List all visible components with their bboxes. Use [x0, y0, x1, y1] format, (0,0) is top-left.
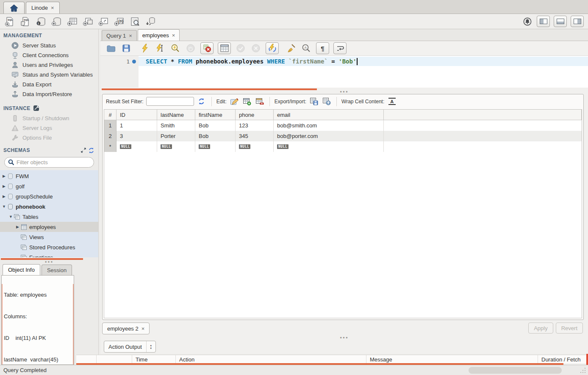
column-header-rownum[interactable]: #: [104, 110, 116, 120]
output-splitter-handle[interactable]: ●●●: [100, 335, 588, 339]
close-icon[interactable]: ×: [51, 5, 54, 11]
refresh-results-icon[interactable]: [197, 97, 207, 106]
insert-row-icon[interactable]: [242, 97, 252, 106]
create-view-icon[interactable]: [83, 16, 94, 27]
table-row[interactable]: 1 1 Smith Bob 123 bob@smith.com: [104, 120, 582, 131]
toggle-left-panel-button[interactable]: [537, 16, 550, 27]
create-procedure-icon[interactable]: [98, 16, 109, 27]
result-filter-input[interactable]: [146, 97, 194, 106]
tree-item-functions[interactable]: Functions: [0, 252, 98, 257]
sidebar-item-users-privileges[interactable]: Users and Privileges: [0, 60, 98, 70]
explain-plan-icon[interactable]: [170, 43, 181, 54]
tab-session[interactable]: Session: [42, 265, 72, 275]
revert-button[interactable]: Revert: [556, 323, 583, 334]
output-col-duration[interactable]: Duration / Fetch: [538, 355, 588, 364]
output-type-select[interactable]: Action Output ▲▼: [104, 341, 156, 353]
sql-editor[interactable]: 1 SELECT * FROM phonebook.employees WHER…: [100, 55, 588, 88]
horizontal-scrollbar-thumb[interactable]: [469, 367, 562, 374]
close-icon[interactable]: ×: [129, 33, 132, 39]
tree-item-employees[interactable]: ▶ employees: [0, 222, 98, 232]
import-recordset-icon[interactable]: [322, 97, 332, 106]
limit-rows-button[interactable]: [218, 42, 231, 54]
wrap-cell-content-icon[interactable]: A: [387, 97, 397, 106]
toggle-invisible-characters-button[interactable]: ¶: [316, 42, 329, 54]
export-recordset-icon[interactable]: [309, 97, 319, 106]
null-badge[interactable]: NULL: [161, 144, 172, 149]
find-icon[interactable]: A: [301, 43, 312, 54]
sidebar-item-data-export[interactable]: Data Export: [0, 80, 98, 89]
sidebar-item-server-logs[interactable]: Server Logs: [0, 123, 98, 133]
table-row[interactable]: 2 3 Porter Bob 345 bob@porter.com: [104, 131, 582, 141]
svg-text:{0}: {0}: [118, 19, 124, 23]
output-col-time[interactable]: Time: [132, 355, 176, 364]
sidebar-item-startup-shutdown[interactable]: Startup / Shutdown: [0, 113, 98, 123]
close-icon[interactable]: ×: [141, 325, 145, 332]
tree-item-golf[interactable]: ▶ golf: [0, 181, 98, 191]
open-file-icon[interactable]: [105, 43, 116, 54]
expand-schemas-icon[interactable]: [80, 147, 87, 154]
output-col-action[interactable]: Action: [176, 355, 366, 364]
search-data-icon[interactable]: [130, 16, 141, 27]
rollback-icon[interactable]: [250, 43, 261, 54]
null-badge[interactable]: NULL: [199, 144, 210, 149]
connection-tab-linode[interactable]: Linode ×: [26, 2, 60, 14]
null-badge[interactable]: NULL: [239, 144, 250, 149]
home-tab[interactable]: [3, 2, 25, 14]
create-function-icon[interactable]: {0}: [114, 16, 125, 27]
sidebar-splitter-handle[interactable]: ●●●: [0, 260, 98, 264]
toggle-bottom-panel-button[interactable]: [554, 16, 567, 27]
new-row-placeholder[interactable]: * NULL NULL NULL NULL NULL: [104, 141, 582, 152]
null-badge[interactable]: NULL: [277, 144, 288, 149]
schema-filter[interactable]: [4, 157, 94, 168]
clear-query-icon[interactable]: [286, 43, 297, 54]
open-sql-script-icon[interactable]: SQL: [20, 16, 31, 27]
editor-result-splitter[interactable]: ●●●: [100, 88, 588, 94]
tab-employees[interactable]: employees ×: [138, 29, 180, 41]
database-info-icon[interactable]: i: [36, 16, 47, 27]
tree-item-groupschedule[interactable]: ▶ groupSchedule: [0, 191, 98, 201]
toggle-stop-on-error-button[interactable]: [200, 42, 214, 54]
new-sql-tab-icon[interactable]: SQL: [4, 16, 15, 27]
save-icon[interactable]: [121, 43, 132, 54]
commit-icon[interactable]: [235, 43, 246, 54]
execute-current-statement-icon[interactable]: [155, 43, 166, 54]
sidebar-item-client-connections[interactable]: Client Connections: [0, 50, 98, 60]
sidebar-item-status-variables[interactable]: Status and System Variables: [0, 70, 98, 80]
column-header-phone[interactable]: phone: [236, 110, 274, 120]
sidebar-item-server-status[interactable]: Server Status: [0, 41, 98, 50]
column-header-lastname[interactable]: lastName: [157, 110, 195, 120]
notifications-icon[interactable]: [522, 16, 533, 27]
toggle-autocommit-button[interactable]: [266, 42, 279, 54]
sidebar-item-data-import[interactable]: Data Import/Restore: [0, 89, 98, 99]
column-header-email[interactable]: email: [274, 110, 384, 120]
tab-object-info[interactable]: Object Info: [3, 264, 40, 275]
tree-item-phonebook[interactable]: ▼ phonebook: [0, 201, 98, 212]
output-col-message[interactable]: Message: [366, 355, 538, 364]
toggle-right-panel-button[interactable]: [571, 16, 584, 27]
column-header-id[interactable]: ID: [116, 110, 157, 120]
result-grid[interactable]: # ID lastName firstName phone email 1 1 …: [104, 109, 582, 318]
column-header-firstname[interactable]: firstName: [195, 110, 236, 120]
delete-row-icon[interactable]: [255, 97, 265, 106]
tree-item-views[interactable]: Views: [0, 232, 98, 242]
execute-query-icon[interactable]: [139, 43, 150, 54]
schema-filter-input[interactable]: [17, 159, 91, 165]
tree-item-tables[interactable]: ▼ Tables: [0, 212, 98, 222]
apply-button[interactable]: Apply: [528, 323, 553, 334]
tree-item-stored-procedures[interactable]: Stored Procedures: [0, 242, 98, 252]
close-icon[interactable]: ×: [172, 32, 175, 39]
create-table-icon[interactable]: [67, 16, 78, 27]
create-schema-icon[interactable]: [51, 16, 62, 27]
tree-item-fwm[interactable]: ▶ FWM: [0, 171, 98, 181]
stop-query-icon[interactable]: [185, 43, 196, 54]
sidebar-item-options-file[interactable]: Options File: [0, 133, 98, 143]
null-badge[interactable]: NULL: [120, 144, 131, 149]
edit-record-icon[interactable]: [229, 97, 239, 106]
resize-grip[interactable]: [580, 367, 586, 374]
toggle-word-wrap-button[interactable]: [333, 42, 347, 54]
tab-employees-2[interactable]: employees 2 ×: [102, 323, 150, 334]
tab-query-1[interactable]: Query 1 ×: [102, 30, 137, 41]
code-area[interactable]: SELECT * FROM phonebook.employees WHERE …: [139, 56, 588, 88]
reconnect-dbms-icon[interactable]: [145, 16, 156, 27]
refresh-schemas-icon[interactable]: [87, 147, 95, 154]
